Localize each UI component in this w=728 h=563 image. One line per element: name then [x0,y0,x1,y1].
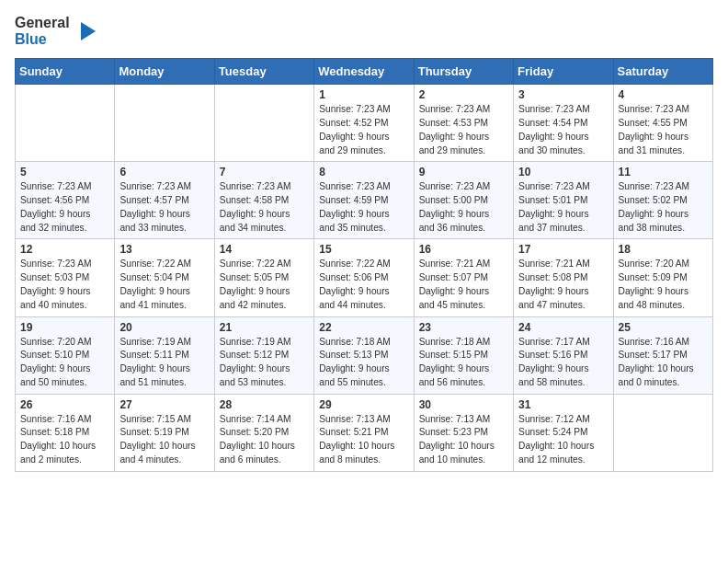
day-info: Sunrise: 7:21 AM Sunset: 5:07 PM Dayligh… [419,258,508,312]
day-info: Sunrise: 7:12 AM Sunset: 5:24 PM Dayligh… [518,413,608,467]
day-info: Sunrise: 7:23 AM Sunset: 4:53 PM Dayligh… [419,103,508,157]
day-number: 1 [319,88,408,101]
day-number: 11 [619,166,708,178]
calendar-cell: 9Sunrise: 7:23 AM Sunset: 5:00 PM Daylig… [414,162,513,239]
day-info: Sunrise: 7:18 AM Sunset: 5:13 PM Dayligh… [319,336,408,390]
day-number: 30 [419,398,508,411]
day-number: 8 [319,166,408,178]
calendar-cell: 6Sunrise: 7:23 AM Sunset: 4:57 PM Daylig… [115,162,214,239]
svg-marker-0 [81,22,96,40]
calendar-cell: 8Sunrise: 7:23 AM Sunset: 4:59 PM Daylig… [314,162,414,239]
calendar-cell: 2Sunrise: 7:23 AM Sunset: 4:53 PM Daylig… [414,85,513,162]
day-number: 12 [20,243,109,256]
day-number: 4 [619,88,708,101]
calendar-cell [16,85,115,162]
calendar-cell: 22Sunrise: 7:18 AM Sunset: 5:13 PM Dayli… [314,316,414,394]
weekday-header: Thursday [414,59,513,85]
day-number: 24 [518,321,608,334]
calendar-cell: 13Sunrise: 7:22 AM Sunset: 5:04 PM Dayli… [115,239,214,316]
day-number: 14 [220,243,309,256]
day-info: Sunrise: 7:23 AM Sunset: 4:58 PM Dayligh… [220,180,309,235]
day-number: 29 [319,398,408,411]
day-info: Sunrise: 7:13 AM Sunset: 5:21 PM Dayligh… [319,413,408,467]
calendar-cell: 12Sunrise: 7:23 AM Sunset: 5:03 PM Dayli… [16,239,115,316]
day-number: 13 [119,243,209,256]
day-info: Sunrise: 7:19 AM Sunset: 5:11 PM Dayligh… [119,336,209,390]
day-info: Sunrise: 7:23 AM Sunset: 4:57 PM Dayligh… [119,180,209,235]
day-info: Sunrise: 7:21 AM Sunset: 5:08 PM Dayligh… [518,258,608,312]
day-info: Sunrise: 7:16 AM Sunset: 5:17 PM Dayligh… [619,336,708,390]
calendar-cell [214,85,313,162]
day-number: 19 [20,321,109,334]
day-number: 25 [619,321,708,334]
calendar-cell: 24Sunrise: 7:17 AM Sunset: 5:16 PM Dayli… [514,316,613,394]
day-number: 3 [518,88,608,101]
calendar-cell: 28Sunrise: 7:14 AM Sunset: 5:20 PM Dayli… [214,394,313,471]
day-number: 16 [419,243,508,256]
calendar-cell: 15Sunrise: 7:22 AM Sunset: 5:06 PM Dayli… [314,239,414,316]
day-info: Sunrise: 7:20 AM Sunset: 5:09 PM Dayligh… [619,258,708,312]
day-number: 20 [119,321,209,334]
calendar-cell: 16Sunrise: 7:21 AM Sunset: 5:07 PM Dayli… [414,239,513,316]
logo-text: General Blue [15,15,70,47]
day-info: Sunrise: 7:23 AM Sunset: 4:52 PM Dayligh… [319,103,408,157]
day-info: Sunrise: 7:22 AM Sunset: 5:05 PM Dayligh… [220,258,309,312]
day-number: 26 [20,398,109,411]
calendar-cell: 14Sunrise: 7:22 AM Sunset: 5:05 PM Dayli… [214,239,313,316]
calendar-cell: 25Sunrise: 7:16 AM Sunset: 5:17 PM Dayli… [613,316,712,394]
day-number: 31 [518,398,608,411]
calendar-cell: 3Sunrise: 7:23 AM Sunset: 4:54 PM Daylig… [514,85,613,162]
day-number: 22 [319,321,408,334]
calendar-cell: 4Sunrise: 7:23 AM Sunset: 4:55 PM Daylig… [613,85,712,162]
calendar-cell: 20Sunrise: 7:19 AM Sunset: 5:11 PM Dayli… [115,316,214,394]
calendar-cell: 1Sunrise: 7:23 AM Sunset: 4:52 PM Daylig… [314,85,414,162]
calendar-week-row: 5Sunrise: 7:23 AM Sunset: 4:56 PM Daylig… [16,162,713,239]
calendar-cell [613,394,712,471]
calendar-cell: 7Sunrise: 7:23 AM Sunset: 4:58 PM Daylig… [214,162,313,239]
calendar-week-row: 19Sunrise: 7:20 AM Sunset: 5:10 PM Dayli… [16,316,713,394]
day-info: Sunrise: 7:17 AM Sunset: 5:16 PM Dayligh… [518,336,608,390]
day-number: 17 [518,243,608,256]
day-number: 6 [119,166,209,178]
calendar-cell: 5Sunrise: 7:23 AM Sunset: 4:56 PM Daylig… [16,162,115,239]
day-number: 18 [619,243,708,256]
calendar-week-row: 26Sunrise: 7:16 AM Sunset: 5:18 PM Dayli… [16,394,713,471]
day-info: Sunrise: 7:19 AM Sunset: 5:12 PM Dayligh… [220,336,309,390]
day-info: Sunrise: 7:23 AM Sunset: 4:55 PM Dayligh… [619,103,708,157]
calendar-week-row: 1Sunrise: 7:23 AM Sunset: 4:52 PM Daylig… [16,85,713,162]
calendar-header-row: SundayMondayTuesdayWednesdayThursdayFrid… [16,59,713,85]
calendar-cell: 10Sunrise: 7:23 AM Sunset: 5:01 PM Dayli… [514,162,613,239]
header: General Blue [15,15,713,47]
calendar-cell: 21Sunrise: 7:19 AM Sunset: 5:12 PM Dayli… [214,316,313,394]
day-info: Sunrise: 7:23 AM Sunset: 5:01 PM Dayligh… [518,180,608,235]
weekday-header: Tuesday [214,59,313,85]
weekday-header: Sunday [16,59,115,85]
day-info: Sunrise: 7:16 AM Sunset: 5:18 PM Dayligh… [20,413,109,467]
weekday-header: Wednesday [314,59,414,85]
day-info: Sunrise: 7:23 AM Sunset: 4:56 PM Dayligh… [20,180,109,235]
calendar-cell: 26Sunrise: 7:16 AM Sunset: 5:18 PM Dayli… [16,394,115,471]
weekday-header: Friday [514,59,613,85]
day-info: Sunrise: 7:20 AM Sunset: 5:10 PM Dayligh… [20,336,109,390]
day-number: 28 [220,398,309,411]
calendar-cell: 30Sunrise: 7:13 AM Sunset: 5:23 PM Dayli… [414,394,513,471]
day-number: 7 [220,166,309,178]
calendar-cell: 18Sunrise: 7:20 AM Sunset: 5:09 PM Dayli… [613,239,712,316]
calendar-cell: 29Sunrise: 7:13 AM Sunset: 5:21 PM Dayli… [314,394,414,471]
day-number: 10 [518,166,608,178]
day-info: Sunrise: 7:14 AM Sunset: 5:20 PM Dayligh… [220,413,309,467]
day-number: 27 [119,398,209,411]
day-number: 9 [419,166,508,178]
day-info: Sunrise: 7:23 AM Sunset: 5:00 PM Dayligh… [419,180,508,235]
day-info: Sunrise: 7:15 AM Sunset: 5:19 PM Dayligh… [119,413,209,467]
calendar-cell: 11Sunrise: 7:23 AM Sunset: 5:02 PM Dayli… [613,162,712,239]
calendar-cell: 23Sunrise: 7:18 AM Sunset: 5:15 PM Dayli… [414,316,513,394]
calendar-cell: 19Sunrise: 7:20 AM Sunset: 5:10 PM Dayli… [16,316,115,394]
day-info: Sunrise: 7:18 AM Sunset: 5:15 PM Dayligh… [419,336,508,390]
calendar-week-row: 12Sunrise: 7:23 AM Sunset: 5:03 PM Dayli… [16,239,713,316]
day-number: 21 [220,321,309,334]
day-number: 5 [20,166,109,178]
calendar-cell [115,85,214,162]
day-info: Sunrise: 7:23 AM Sunset: 5:03 PM Dayligh… [20,258,109,312]
day-info: Sunrise: 7:13 AM Sunset: 5:23 PM Dayligh… [419,413,508,467]
